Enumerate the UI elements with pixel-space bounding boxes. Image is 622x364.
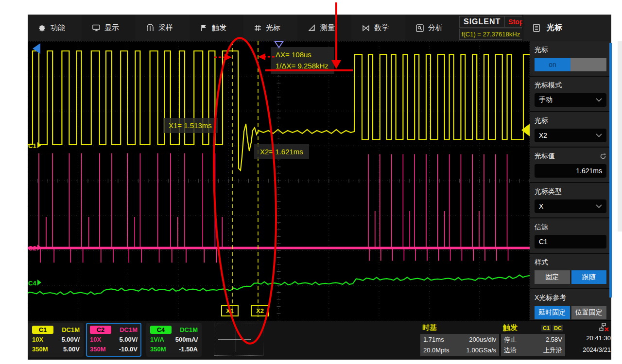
c2-scale: 5.00V/: [119, 335, 138, 345]
style-label: 样式: [535, 258, 606, 267]
trigger-level-marker[interactable]: [521, 124, 530, 136]
menu-measure[interactable]: 测量: [297, 15, 351, 41]
style-segmented: 固定 跟随: [535, 270, 606, 284]
timebase-descriptor[interactable]: 时基 1.71ms200us/div 20.0Mpts1.00GSa/s: [420, 322, 499, 358]
c1-bandwidth: 350M: [32, 345, 48, 354]
trigger-descriptor[interactable]: 触发 C1 DC 停止2.58V 边沿上升沿: [501, 322, 565, 358]
top-menu-bar: 功能 显示 采样 触发 光标 测量 数学 分析: [28, 15, 611, 41]
chevron-down-icon: [596, 204, 602, 208]
menu-measure-label: 测量: [320, 23, 335, 33]
delta-x-readout: ΔX= 108us 1/ΔX= 9.258kHz: [271, 47, 334, 74]
menu-math-label: 数学: [374, 23, 389, 33]
delta-x-value: ΔX= 108us: [276, 49, 328, 60]
cursor-grid-icon: [254, 24, 261, 32]
xref-position-fixed-button[interactable]: 位置固定: [571, 306, 607, 319]
c2-marker-arrow-icon: [37, 245, 41, 250]
measure-icon: [308, 24, 316, 32]
menu-utility-label: 功能: [51, 23, 65, 33]
c4-bandwidth: 350M: [150, 345, 166, 354]
panel-scrollbar[interactable]: [609, 43, 612, 298]
chevron-down-icon: [596, 133, 602, 137]
menu-analysis[interactable]: 分析: [405, 15, 459, 41]
zoom-preview-box: [214, 324, 263, 356]
c4-scale: 500mA/: [175, 335, 198, 345]
c2-bandwidth: 350M: [90, 345, 106, 354]
c1-badge: C1: [32, 326, 53, 334]
clock-network-box[interactable]: 20:41:30 2024/3/21: [566, 322, 611, 356]
c1-marker-label[interactable]: C1: [28, 142, 36, 149]
cursor-x2-readout: X2= 1.621ms: [254, 144, 309, 159]
c1-probe: 10X: [32, 335, 43, 345]
cursor-select-label: 光标: [535, 116, 606, 125]
menu-acquire[interactable]: 采样: [136, 15, 190, 41]
c4-marker-label[interactable]: C4: [28, 280, 36, 287]
trigger-status: 停止: [504, 334, 517, 345]
menu-trigger[interactable]: 触发: [190, 15, 243, 41]
menu-display-label: 显示: [104, 23, 119, 33]
menu-math[interactable]: 数学: [351, 15, 405, 41]
timebase-samplerate: 1.00GSa/s: [466, 345, 496, 356]
status-bar: C1 DC1M 10X5.00V/ 350M5.00V C2 DC1M 10X5…: [28, 320, 611, 360]
c4-offset: -1.50A: [179, 345, 198, 354]
cursor-type-label: 光标类型: [535, 187, 606, 196]
c2-marker-label[interactable]: C2: [28, 245, 36, 252]
reset-icon[interactable]: [600, 153, 606, 160]
c1-scale: 5.00V/: [61, 335, 80, 345]
cursor-x2-handle[interactable]: X2: [251, 305, 269, 316]
siglent-logo: SIGLENT: [460, 17, 505, 27]
c4-marker-arrow-icon: [37, 280, 41, 285]
cursor-x1-handle[interactable]: X1: [221, 305, 239, 316]
toggle-on[interactable]: on: [535, 58, 570, 71]
channel-c4-descriptor[interactable]: C4 DC1M 1V/A500mA/ 350M-1.50A: [146, 323, 202, 357]
timebase-label: 时基: [422, 323, 437, 332]
c2-offset: -10.0V: [119, 345, 138, 354]
cursor-settings-panel: 光标 on 光标模式 手动 光标 X2: [530, 41, 611, 320]
dialog-header: 光标: [522, 15, 611, 41]
style-follow-button[interactable]: 跟随: [571, 270, 607, 284]
c4-badge: C4: [150, 326, 172, 334]
xref-delay-fixed-button[interactable]: 延时固定: [535, 306, 570, 319]
preview-crosshair-v: [236, 328, 236, 352]
xref-label: X光标参考: [535, 294, 606, 302]
xref-segmented: 延时固定 位置固定: [535, 306, 606, 319]
cursor-value-field[interactable]: 1.621ms: [535, 164, 606, 178]
menu-analysis-label: 分析: [428, 23, 443, 33]
channel-c1-descriptor[interactable]: C1 DC1M 10X5.00V/ 350M5.00V: [28, 323, 84, 357]
waveform-display[interactable]: C1 C2 C4 ΔX= 108us 1/ΔX= 9.258kHz X1= 1.…: [28, 41, 530, 320]
cursor-select-value: X2: [539, 132, 547, 139]
cursor-type-dropdown[interactable]: X: [535, 199, 606, 213]
preview-crosshair-h: [218, 339, 251, 340]
c4-coupling: DC1M: [180, 326, 198, 333]
cursor-select-dropdown[interactable]: X2: [535, 129, 606, 142]
oscilloscope-app: 功能 显示 采样 触发 光标 测量 数学 分析: [28, 15, 611, 359]
clipboard-icon: [533, 24, 540, 32]
trigger-coupling-chip: DC: [553, 325, 563, 331]
cursor-enable-toggle[interactable]: on: [535, 58, 606, 71]
menu-acquire-label: 采样: [158, 23, 173, 33]
timebase-delay: 1.71ms: [423, 334, 444, 345]
timebase-points: 20.0Mpts: [423, 345, 449, 356]
network-disconnected-icon: [599, 323, 610, 331]
source-field[interactable]: C1: [535, 235, 606, 248]
cursor-mode-dropdown[interactable]: 手动: [535, 93, 606, 107]
menu-cursors[interactable]: 光标: [243, 15, 297, 41]
trigger-source-chip: C1: [541, 325, 551, 331]
style-fixed-button[interactable]: 固定: [535, 270, 570, 284]
timebase-scale: 200us/div: [469, 334, 496, 345]
page-scrollbar[interactable]: [618, 41, 622, 232]
cursor-mode-label: 光标模式: [535, 81, 606, 90]
chevron-down-icon: [596, 98, 602, 102]
cursor-value-label: 光标值: [535, 152, 555, 161]
monitor-icon: [92, 24, 100, 32]
cursor-mode-value: 手动: [539, 96, 553, 104]
flag-icon: [200, 24, 207, 32]
menu-display[interactable]: 显示: [82, 15, 136, 41]
c2-coupling: DC1M: [120, 326, 138, 333]
c4-probe: 1V/A: [150, 335, 164, 345]
toggle-off[interactable]: [570, 58, 606, 71]
channel-c2-descriptor[interactable]: C2 DC1M 10X5.00V/ 350M-10.0V: [86, 323, 141, 357]
pretrigger-arrow-icon[interactable]: [33, 43, 40, 54]
menu-trigger-label: 触发: [212, 23, 226, 33]
brand-status-block: SIGLENT Stop f(C1) = 27.37618kHz: [459, 15, 522, 41]
menu-utility[interactable]: 功能: [28, 15, 82, 41]
